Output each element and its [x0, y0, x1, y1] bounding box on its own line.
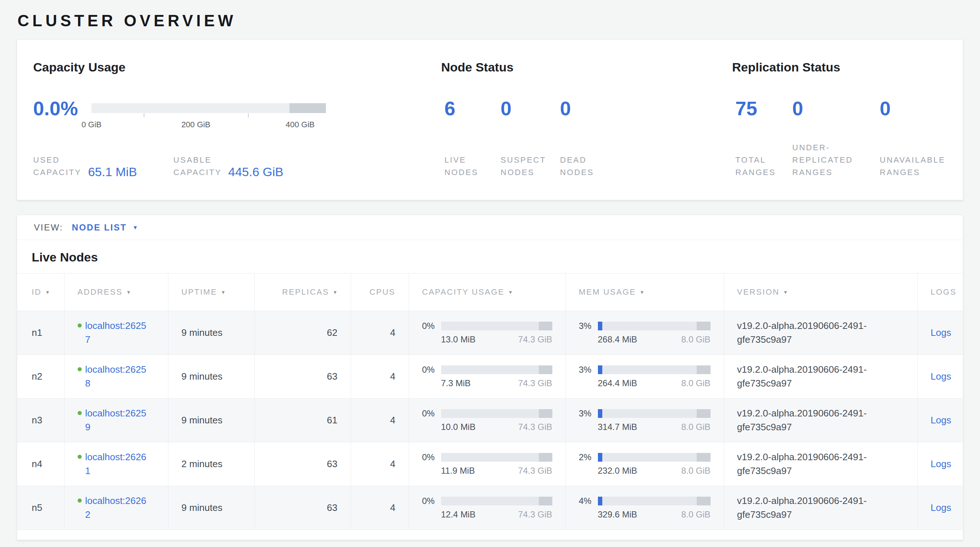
- used-capacity-label: USED CAPACITY: [33, 154, 81, 179]
- mem-bar-used-segment: [598, 322, 602, 331]
- column-label: ADDRESS: [78, 287, 123, 296]
- uptime-cell: 9 minutes: [168, 355, 255, 399]
- suspect-nodes-stat: 0 SUSPECT NODES: [501, 99, 560, 179]
- capacity-used-value: 13.0 MiB: [441, 334, 476, 345]
- column-label: UPTIME: [181, 287, 217, 296]
- logs-cell: Logs: [917, 355, 963, 399]
- mem-used-value: 264.4 MiB: [598, 378, 637, 388]
- column-header-logs: LOGS: [917, 274, 963, 311]
- cpus-cell: 4: [351, 399, 409, 442]
- node-list-card: VIEW: NODE LIST ▼ Live Nodes ID▼ADDRESS▼…: [17, 215, 963, 540]
- view-bar: VIEW: NODE LIST ▼: [17, 215, 963, 240]
- view-selector-dropdown[interactable]: NODE LIST ▼: [72, 223, 138, 233]
- version-text: v19.2.0-alpha.20190606-2491-gfe735c9a97: [737, 494, 899, 522]
- mem-total-value: 8.0 GiB: [681, 334, 710, 345]
- table-row: n5 localhost:26262 9 minutes 63 4 0% 12.…: [17, 486, 963, 530]
- column-header-id[interactable]: ID▼: [17, 274, 64, 311]
- cpus-cell: 4: [351, 486, 409, 530]
- mem-bar-used-segment: [598, 497, 602, 506]
- mem-used-value: 329.6 MiB: [598, 509, 637, 520]
- page-title: CLUSTER OVERVIEW: [18, 12, 963, 30]
- live-status-dot-icon: [78, 455, 82, 459]
- gauge-tick-label: 400 GiB: [286, 120, 315, 129]
- logs-link[interactable]: Logs: [931, 458, 951, 469]
- address-link[interactable]: localhost:26262: [85, 494, 148, 522]
- table-row: n1 localhost:26257 9 minutes 62 4 0% 13.…: [17, 311, 963, 355]
- address-cell: localhost:26257: [64, 311, 168, 355]
- mem-bar: [598, 409, 711, 418]
- replicas-cell: 61: [255, 399, 351, 442]
- capacity-bar-dark-segment: [539, 409, 552, 418]
- mem-percent: 3%: [579, 365, 598, 375]
- address-cell: localhost:26258: [64, 355, 168, 399]
- capacity-bar: [441, 409, 552, 418]
- column-header-uptime[interactable]: UPTIME▼: [168, 274, 255, 311]
- column-label: VERSION: [737, 287, 780, 296]
- logs-link[interactable]: Logs: [931, 371, 951, 382]
- capacity-bar-dark-segment: [539, 322, 552, 331]
- capacity-gauge: 0 GiB 200 GiB 400 GiB: [92, 103, 326, 113]
- capacity-percent: 0%: [422, 496, 441, 506]
- node-id-cell: n1: [17, 311, 64, 355]
- capacity-used-value: 11.9 MiB: [441, 466, 475, 476]
- under-replicated-value: 0: [792, 99, 880, 118]
- mem-total-value: 8.0 GiB: [681, 509, 710, 520]
- suspect-nodes-value: 0: [501, 99, 560, 118]
- capacity-bar-dark-segment: [539, 453, 552, 462]
- mem-bar-dark-segment: [697, 453, 710, 462]
- replication-status-section: Replication Status 75 TOTAL RANGES 0 UND…: [732, 60, 947, 179]
- node-id-cell: n4: [17, 442, 64, 486]
- address-link[interactable]: localhost:26257: [85, 319, 148, 347]
- column-header-address[interactable]: ADDRESS▼: [64, 274, 168, 311]
- live-nodes-value: 6: [444, 99, 501, 118]
- mem-usage-cell: 3% 264.4 MiB 8.0 GiB: [565, 355, 724, 399]
- version-text: v19.2.0-alpha.20190606-2491-gfe735c9a97: [737, 363, 899, 390]
- mem-used-value: 314.7 MiB: [598, 422, 637, 432]
- address-link[interactable]: localhost:26258: [85, 363, 148, 390]
- unavailable-ranges-stat: 0 UNAVAILABLE RANGES: [880, 99, 945, 179]
- column-header-version[interactable]: VERSION▼: [724, 274, 917, 311]
- node-id-cell: n5: [17, 486, 64, 530]
- capacity-gauge-dark-segment: [290, 103, 326, 113]
- sort-arrow-icon: ▼: [333, 289, 337, 295]
- suspect-nodes-label: SUSPECT NODES: [501, 154, 560, 179]
- node-table-body: n1 localhost:26257 9 minutes 62 4 0% 13.…: [17, 311, 963, 530]
- logs-link[interactable]: Logs: [931, 415, 951, 426]
- address-cell: localhost:26262: [64, 486, 168, 530]
- version-cell: v19.2.0-alpha.20190606-2491-gfe735c9a97: [724, 311, 917, 355]
- replicas-cell: 63: [255, 442, 351, 486]
- mem-bar-dark-segment: [697, 322, 710, 331]
- column-header-replicas[interactable]: REPLICAS▼: [255, 274, 351, 311]
- mem-bar: [598, 497, 711, 506]
- logs-cell: Logs: [917, 311, 963, 355]
- sort-arrow-icon: ▼: [126, 289, 131, 295]
- column-header-cpus: CPUS: [351, 274, 409, 311]
- uptime-cell: 9 minutes: [168, 311, 255, 355]
- capacity-used-value: 10.0 MiB: [441, 422, 476, 432]
- column-header-mem-usage[interactable]: MEM USAGE▼: [565, 274, 724, 311]
- dead-nodes-label: DEAD NODES: [560, 154, 619, 179]
- logs-link[interactable]: Logs: [931, 327, 951, 338]
- column-header-capacity-usage[interactable]: CAPACITY USAGE▼: [409, 274, 565, 311]
- node-id-cell: n2: [17, 355, 64, 399]
- capacity-usage-cell: 0% 13.0 MiB 74.3 GiB: [409, 311, 565, 355]
- sort-arrow-icon: ▼: [640, 289, 644, 295]
- gauge-tick: [144, 113, 145, 118]
- logs-link[interactable]: Logs: [931, 502, 951, 513]
- replicas-cell: 62: [255, 311, 351, 355]
- chevron-down-icon: ▼: [133, 224, 138, 231]
- column-label: ID: [32, 287, 41, 296]
- node-id-cell: n3: [17, 399, 64, 442]
- live-status-dot-icon: [78, 411, 82, 415]
- address-link[interactable]: localhost:26259: [85, 407, 148, 434]
- capacity-bar: [441, 453, 552, 462]
- view-label: VIEW:: [34, 223, 63, 233]
- under-replicated-ranges-stat: 0 UNDER- REPLICATED RANGES: [792, 99, 880, 179]
- mem-total-value: 8.0 GiB: [681, 378, 710, 388]
- mem-total-value: 8.0 GiB: [681, 422, 710, 432]
- version-text: v19.2.0-alpha.20190606-2491-gfe735c9a97: [737, 407, 899, 434]
- capacity-bar: [441, 366, 552, 374]
- capacity-usage-section: Capacity Usage 0.0% 0 GiB 200 GiB 400 Gi…: [33, 60, 441, 179]
- address-link[interactable]: localhost:26261: [85, 450, 148, 478]
- usable-capacity-stat: USABLE CAPACITY 445.6 GiB: [173, 154, 284, 179]
